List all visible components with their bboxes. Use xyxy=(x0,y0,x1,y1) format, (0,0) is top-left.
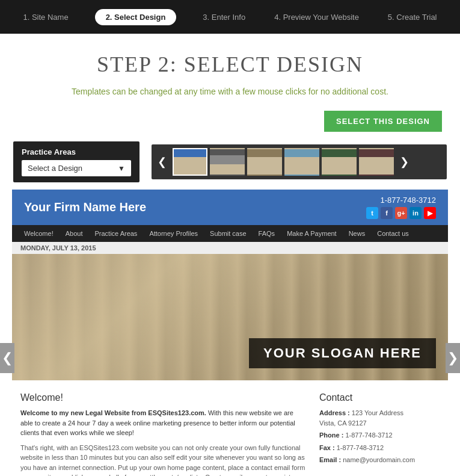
thumbnail-strip: ❮ ❯ xyxy=(152,144,447,179)
thumbnail-5[interactable] xyxy=(322,148,357,176)
slogan-text: YOUR SLOGAN HERE xyxy=(249,338,436,368)
date-bar: MONDAY, JULY 13, 2015 xyxy=(12,242,448,254)
nav-practice-areas[interactable]: Practice Areas xyxy=(88,225,143,242)
nav-contact-us[interactable]: Contact us xyxy=(371,225,415,242)
preview-wrapper: ❮ Your Firm Name Here 1-877-748-3712 t f… xyxy=(0,190,460,476)
youtube-icon[interactable]: ▶ xyxy=(424,207,436,219)
design-select-dropdown[interactable]: Select a Design ▼ xyxy=(22,160,131,176)
nav-attorney-profiles[interactable]: Attorney Profiles xyxy=(143,225,204,242)
step-title: STEP 2: SELECT DESIGN xyxy=(12,52,448,77)
next-thumbnail-button[interactable]: ❯ xyxy=(396,155,412,168)
prev-thumbnail-button[interactable]: ❮ xyxy=(154,155,170,168)
preview-phone: 1-877-748-3712 xyxy=(366,196,436,205)
phone-value: 1-877-748-3712 xyxy=(345,431,392,439)
contact-info: 1-877-748-3712 t f g+ in ▶ xyxy=(366,196,436,219)
thumbnail-list xyxy=(173,148,394,176)
welcome-title: Welcome! xyxy=(20,392,307,403)
subtitle-text: Templates can be changed at any time wit… xyxy=(12,87,448,96)
welcome-intro-bold: Welcome to my new Legal Website from ESQ… xyxy=(20,409,206,416)
email-label: Email : xyxy=(319,456,341,463)
phone-label: Phone : xyxy=(319,431,343,439)
fax-value: 1-877-748-3712 xyxy=(337,444,384,451)
fax-label: Fax : xyxy=(319,444,335,451)
thumbnail-3[interactable] xyxy=(247,148,282,176)
preview-next-button[interactable]: ❯ xyxy=(446,343,460,373)
nav-faqs[interactable]: FAQs xyxy=(253,225,281,242)
nav-about[interactable]: About xyxy=(60,225,89,242)
contact-address: Address : 123 Your AddressVista, CA 9212… xyxy=(319,408,440,428)
website-preview: Your Firm Name Here 1-877-748-3712 t f g… xyxy=(12,190,448,476)
nav-news[interactable]: News xyxy=(343,225,372,242)
main-content: STEP 2: SELECT DESIGN Templates can be c… xyxy=(0,34,460,476)
select-design-btn-row: SELECT THIS DESIGN xyxy=(12,111,448,132)
contact-email: Email : name@yourdomain.com xyxy=(319,455,440,465)
site-content: Welcome! Welcome to my new Legal Website… xyxy=(12,380,448,476)
linkedin-icon[interactable]: in xyxy=(409,207,422,219)
controls-row: Practice Areas Select a Design ▼ ❮ ❯ xyxy=(12,141,448,182)
google-plus-icon[interactable]: g+ xyxy=(395,207,407,219)
contact-fax: Fax : 1-877-748-3712 xyxy=(319,443,440,453)
content-right: Contact Address : 123 Your AddressVista,… xyxy=(319,392,440,476)
thumbnail-2[interactable] xyxy=(210,148,245,176)
nav-create-trial[interactable]: 5. Create Trial xyxy=(385,9,440,25)
dropdown-placeholder: Select a Design xyxy=(28,164,82,173)
nav-enter-info[interactable]: 3. Enter Info xyxy=(200,9,248,25)
thumbnail-1[interactable] xyxy=(173,148,207,176)
site-navigation: Welcome! About Practice Areas Attorney P… xyxy=(12,225,448,242)
top-navigation: 1. Site Name 2. Select Design 3. Enter I… xyxy=(0,0,460,34)
nav-select-design[interactable]: 2. Select Design xyxy=(95,9,177,25)
nav-site-name[interactable]: 1. Site Name xyxy=(20,9,70,25)
site-header: Your Firm Name Here 1-877-748-3712 t f g… xyxy=(12,190,448,225)
thumbnail-4[interactable] xyxy=(284,148,319,176)
contact-phone: Phone : 1-877-748-3712 xyxy=(319,430,440,440)
nav-preview-website[interactable]: 4. Preview Your Website xyxy=(272,9,361,25)
select-this-design-button[interactable]: SELECT THIS DESIGN xyxy=(324,111,442,132)
contact-section-title: Contact xyxy=(319,392,440,403)
nav-welcome[interactable]: Welcome! xyxy=(18,225,60,242)
chevron-down-icon: ▼ xyxy=(118,164,125,173)
thumbnail-6[interactable] xyxy=(359,148,394,176)
email-value: name@yourdomain.com xyxy=(343,456,415,463)
nav-submit-case[interactable]: Submit case xyxy=(204,225,253,242)
hero-image: YOUR SLOGAN HERE xyxy=(12,254,448,380)
content-left: Welcome! Welcome to my new Legal Website… xyxy=(20,392,307,476)
social-icons: t f g+ in ▶ xyxy=(366,207,436,219)
firm-name: Your Firm Name Here xyxy=(24,200,146,214)
practice-areas-dropdown-box: Practice Areas Select a Design ▼ xyxy=(13,141,140,182)
twitter-icon[interactable]: t xyxy=(366,207,378,219)
address-label: Address : xyxy=(319,409,350,416)
nav-make-payment[interactable]: Make A Payment xyxy=(281,225,343,242)
welcome-intro: Welcome to my new Legal Website from ESQ… xyxy=(20,408,307,438)
dropdown-label: Practice Areas xyxy=(22,147,131,156)
preview-prev-button[interactable]: ❮ xyxy=(0,343,14,373)
facebook-icon[interactable]: f xyxy=(381,207,393,219)
welcome-body: That's right, with an ESQSites123.com we… xyxy=(20,443,307,477)
